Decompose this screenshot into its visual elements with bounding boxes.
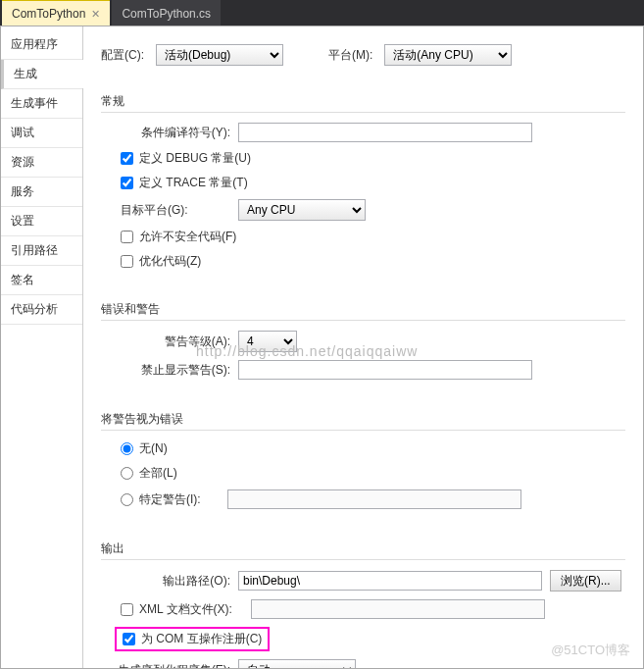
sidebar-item-services[interactable]: 服务: [1, 178, 82, 207]
sidebar-item-debug[interactable]: 调试: [1, 119, 82, 148]
allow-unsafe-checkbox[interactable]: [121, 231, 133, 243]
tab-comtopython-project[interactable]: ComToPython ✕: [2, 0, 110, 26]
browse-button[interactable]: 浏览(R)...: [550, 570, 621, 592]
xml-doc-input[interactable]: [251, 599, 545, 619]
cond-sym-label: 条件编译符号(Y):: [101, 125, 238, 141]
sidebar-item-build[interactable]: 生成: [1, 60, 82, 89]
output-path-label: 输出路径(O):: [101, 573, 238, 590]
target-platform-label: 目标平台(G):: [121, 202, 238, 219]
config-label: 配置(C):: [101, 47, 144, 64]
sidebar-item-settings[interactable]: 设置: [1, 207, 82, 236]
group-output: 输出 输出路径(O): 浏览(R)... XML 文档文件(X): 为 COM …: [101, 533, 625, 668]
warning-level-select[interactable]: 4: [238, 331, 297, 352]
group-general: 常规 条件编译符号(Y): 定义 DEBUG 常量(U) 定义 TRACE 常量…: [101, 85, 625, 278]
config-select[interactable]: 活动(Debug): [156, 44, 283, 66]
treat-all-radio[interactable]: [121, 467, 133, 480]
com-register-checkbox[interactable]: [123, 633, 135, 645]
group-errors: 错误和警告 警告等级(A): 4 禁止显示警告(S):: [101, 293, 625, 387]
output-path-input[interactable]: [238, 571, 542, 591]
sidebar-item-code-analysis[interactable]: 代码分析: [1, 295, 82, 325]
xml-doc-checkbox[interactable]: [121, 603, 133, 616]
com-register-label: 为 COM 互操作注册(C): [141, 631, 262, 647]
tab-comtopython-cs[interactable]: ComToPython.cs: [112, 0, 221, 26]
asm-select[interactable]: 自动: [238, 659, 356, 668]
config-row: 配置(C): 活动(Debug) 平台(M): 活动(Any CPU): [101, 44, 625, 66]
optimize-label: 优化代码(Z): [139, 253, 201, 270]
suppress-warnings-input[interactable]: [238, 360, 532, 380]
define-debug-checkbox[interactable]: [121, 152, 133, 165]
treat-specific-radio[interactable]: [121, 493, 133, 506]
define-debug-label: 定义 DEBUG 常量(U): [139, 150, 251, 167]
group-title-general: 常规: [101, 93, 625, 113]
tab-label: ComToPython.cs: [122, 7, 211, 21]
optimize-checkbox[interactable]: [121, 255, 133, 268]
sidebar-item-signing[interactable]: 签名: [1, 266, 82, 295]
tab-label: ComToPython: [12, 7, 85, 21]
com-register-highlight: 为 COM 互操作注册(C): [115, 627, 270, 651]
platform-label: 平台(M):: [328, 47, 372, 64]
cond-sym-input[interactable]: [238, 123, 532, 142]
sidebar-item-application[interactable]: 应用程序: [1, 30, 82, 60]
tab-strip: ComToPython ✕ ComToPython.cs: [0, 0, 644, 26]
define-trace-checkbox[interactable]: [121, 177, 133, 189]
xml-doc-label: XML 文档文件(X):: [139, 601, 251, 618]
platform-select[interactable]: 活动(Any CPU): [384, 44, 512, 66]
group-title-output: 输出: [101, 540, 625, 560]
group-title-errors: 错误和警告: [101, 301, 625, 321]
treat-none-label: 无(N): [139, 440, 168, 457]
warning-level-label: 警告等级(A):: [101, 334, 238, 350]
treat-specific-input[interactable]: [227, 489, 521, 509]
treat-all-label: 全部(L): [139, 465, 177, 482]
allow-unsafe-label: 允许不安全代码(F): [139, 229, 236, 245]
asm-label: 生成序列化程序集(E):: [101, 662, 238, 669]
target-platform-select[interactable]: Any CPU: [238, 199, 366, 221]
sidebar-item-resources[interactable]: 资源: [1, 148, 82, 178]
content-pane: 配置(C): 活动(Debug) 平台(M): 活动(Any CPU) 常规 条…: [83, 26, 643, 668]
sidebar-item-reference-paths[interactable]: 引用路径: [1, 236, 82, 266]
group-title-treat: 将警告视为错误: [101, 411, 625, 431]
treat-specific-label: 特定警告(I):: [139, 491, 227, 508]
treat-none-radio[interactable]: [121, 442, 133, 455]
define-trace-label: 定义 TRACE 常量(T): [139, 175, 248, 191]
group-treat-as-error: 将警告视为错误 无(N) 全部(L) 特定警告(I):: [101, 403, 625, 517]
close-icon[interactable]: ✕: [91, 8, 100, 21]
suppress-warnings-label: 禁止显示警告(S):: [101, 362, 238, 379]
sidebar: 应用程序 生成 生成事件 调试 资源 服务 设置 引用路径 签名 代码分析: [1, 26, 83, 668]
sidebar-item-build-events[interactable]: 生成事件: [1, 89, 82, 119]
project-properties: 应用程序 生成 生成事件 调试 资源 服务 设置 引用路径 签名 代码分析 配置…: [0, 26, 644, 669]
